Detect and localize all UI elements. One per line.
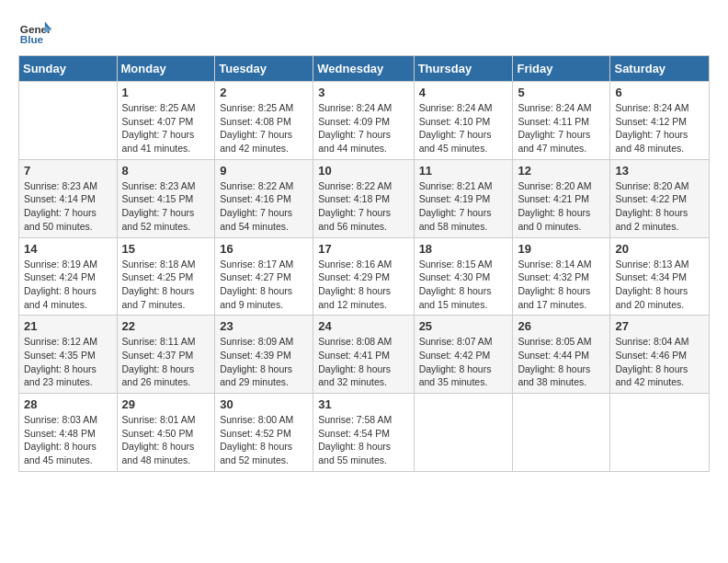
svg-text:Blue: Blue (20, 33, 44, 45)
calendar-table: SundayMondayTuesdayWednesdayThursdayFrid… (18, 55, 710, 472)
day-cell: 18Sunrise: 8:15 AMSunset: 4:30 PMDayligh… (414, 237, 513, 316)
day-cell (513, 394, 610, 472)
col-header-thursday: Thursday (414, 56, 513, 82)
day-info: Sunrise: 8:23 AMSunset: 4:15 PMDaylight:… (122, 179, 210, 234)
day-cell: 16Sunrise: 8:17 AMSunset: 4:27 PMDayligh… (215, 237, 313, 316)
header: General Blue (18, 15, 710, 48)
day-number: 17 (318, 242, 408, 256)
week-row-4: 21Sunrise: 8:12 AMSunset: 4:35 PMDayligh… (19, 316, 710, 394)
day-cell: 12Sunrise: 8:20 AMSunset: 4:21 PMDayligh… (513, 159, 610, 237)
day-number: 12 (518, 164, 605, 178)
day-info: Sunrise: 8:17 AMSunset: 4:27 PMDaylight:… (220, 258, 308, 312)
day-info: Sunrise: 8:12 AMSunset: 4:35 PMDaylight:… (24, 335, 112, 389)
day-info: Sunrise: 8:20 AMSunset: 4:22 PMDaylight:… (615, 179, 704, 234)
day-number: 22 (122, 319, 210, 333)
day-info: Sunrise: 8:11 AMSunset: 4:37 PMDaylight:… (122, 335, 210, 389)
day-number: 23 (220, 319, 308, 333)
day-cell: 23Sunrise: 8:09 AMSunset: 4:39 PMDayligh… (215, 316, 313, 394)
day-number: 30 (220, 397, 308, 411)
day-info: Sunrise: 8:15 AMSunset: 4:30 PMDaylight:… (419, 258, 508, 312)
day-cell: 4Sunrise: 8:24 AMSunset: 4:10 PMDaylight… (414, 82, 513, 160)
day-cell: 31Sunrise: 7:58 AMSunset: 4:54 PMDayligh… (313, 394, 414, 472)
header-row: SundayMondayTuesdayWednesdayThursdayFrid… (19, 56, 710, 82)
day-number: 7 (24, 164, 112, 178)
day-info: Sunrise: 8:18 AMSunset: 4:25 PMDaylight:… (122, 258, 210, 312)
day-cell: 15Sunrise: 8:18 AMSunset: 4:25 PMDayligh… (117, 237, 215, 316)
day-cell (414, 394, 513, 472)
day-number: 16 (220, 242, 308, 256)
day-cell: 2Sunrise: 8:25 AMSunset: 4:08 PMDaylight… (215, 82, 313, 160)
col-header-monday: Monday (117, 56, 215, 82)
day-cell: 30Sunrise: 8:00 AMSunset: 4:52 PMDayligh… (215, 394, 313, 472)
day-info: Sunrise: 8:09 AMSunset: 4:39 PMDaylight:… (220, 335, 308, 389)
day-cell: 3Sunrise: 8:24 AMSunset: 4:09 PMDaylight… (313, 82, 414, 160)
day-info: Sunrise: 7:58 AMSunset: 4:54 PMDaylight:… (318, 413, 408, 467)
day-cell: 29Sunrise: 8:01 AMSunset: 4:50 PMDayligh… (117, 394, 215, 472)
col-header-sunday: Sunday (19, 56, 118, 82)
day-cell: 7Sunrise: 8:23 AMSunset: 4:14 PMDaylight… (19, 159, 118, 237)
week-row-1: 1Sunrise: 8:25 AMSunset: 4:07 PMDaylight… (19, 82, 710, 160)
day-info: Sunrise: 8:03 AMSunset: 4:48 PMDaylight:… (24, 413, 112, 467)
week-row-5: 28Sunrise: 8:03 AMSunset: 4:48 PMDayligh… (19, 394, 710, 472)
day-number: 31 (318, 397, 408, 411)
col-header-tuesday: Tuesday (215, 56, 313, 82)
day-number: 14 (24, 242, 112, 256)
logo: General Blue (18, 15, 51, 48)
day-number: 27 (615, 319, 704, 333)
day-number: 15 (122, 242, 210, 256)
day-number: 4 (419, 86, 508, 99)
day-number: 5 (518, 86, 605, 99)
day-cell (610, 394, 710, 472)
day-number: 1 (122, 86, 210, 99)
day-info: Sunrise: 8:24 AMSunset: 4:09 PMDaylight:… (318, 101, 408, 155)
day-number: 19 (518, 242, 605, 256)
day-number: 6 (615, 86, 704, 99)
day-info: Sunrise: 8:16 AMSunset: 4:29 PMDaylight:… (318, 258, 408, 312)
day-cell: 10Sunrise: 8:22 AMSunset: 4:18 PMDayligh… (313, 159, 414, 237)
day-cell: 27Sunrise: 8:04 AMSunset: 4:46 PMDayligh… (610, 316, 710, 394)
day-cell: 6Sunrise: 8:24 AMSunset: 4:12 PMDaylight… (610, 82, 710, 160)
day-number: 26 (518, 319, 605, 333)
day-cell: 1Sunrise: 8:25 AMSunset: 4:07 PMDaylight… (117, 82, 215, 160)
day-info: Sunrise: 8:13 AMSunset: 4:34 PMDaylight:… (615, 258, 704, 312)
day-info: Sunrise: 8:00 AMSunset: 4:52 PMDaylight:… (220, 413, 308, 467)
day-info: Sunrise: 8:07 AMSunset: 4:42 PMDaylight:… (419, 335, 508, 389)
day-number: 18 (419, 242, 508, 256)
day-cell: 11Sunrise: 8:21 AMSunset: 4:19 PMDayligh… (414, 159, 513, 237)
logo-icon: General Blue (18, 15, 51, 48)
day-number: 3 (318, 86, 408, 99)
day-info: Sunrise: 8:01 AMSunset: 4:50 PMDaylight:… (122, 413, 210, 467)
day-number: 24 (318, 319, 408, 333)
day-cell: 21Sunrise: 8:12 AMSunset: 4:35 PMDayligh… (19, 316, 118, 394)
day-number: 25 (419, 319, 508, 333)
week-row-3: 14Sunrise: 8:19 AMSunset: 4:24 PMDayligh… (19, 237, 710, 316)
day-cell: 9Sunrise: 8:22 AMSunset: 4:16 PMDaylight… (215, 159, 313, 237)
day-info: Sunrise: 8:22 AMSunset: 4:18 PMDaylight:… (318, 179, 408, 234)
day-number: 13 (615, 164, 704, 178)
day-info: Sunrise: 8:25 AMSunset: 4:07 PMDaylight:… (122, 101, 210, 155)
day-number: 21 (24, 319, 112, 333)
day-number: 29 (122, 397, 210, 411)
day-info: Sunrise: 8:24 AMSunset: 4:11 PMDaylight:… (518, 101, 605, 155)
day-number: 2 (220, 86, 308, 99)
col-header-wednesday: Wednesday (313, 56, 414, 82)
day-cell: 22Sunrise: 8:11 AMSunset: 4:37 PMDayligh… (117, 316, 215, 394)
day-info: Sunrise: 8:14 AMSunset: 4:32 PMDaylight:… (518, 258, 605, 312)
day-info: Sunrise: 8:23 AMSunset: 4:14 PMDaylight:… (24, 179, 112, 234)
day-info: Sunrise: 8:24 AMSunset: 4:10 PMDaylight:… (419, 101, 508, 155)
col-header-friday: Friday (513, 56, 610, 82)
day-number: 8 (122, 164, 210, 178)
day-cell: 28Sunrise: 8:03 AMSunset: 4:48 PMDayligh… (19, 394, 118, 472)
day-number: 11 (419, 164, 508, 178)
week-row-2: 7Sunrise: 8:23 AMSunset: 4:14 PMDaylight… (19, 159, 710, 237)
day-info: Sunrise: 8:04 AMSunset: 4:46 PMDaylight:… (615, 335, 704, 389)
day-info: Sunrise: 8:25 AMSunset: 4:08 PMDaylight:… (220, 101, 308, 155)
day-info: Sunrise: 8:21 AMSunset: 4:19 PMDaylight:… (419, 179, 508, 234)
day-number: 10 (318, 164, 408, 178)
day-cell: 8Sunrise: 8:23 AMSunset: 4:15 PMDaylight… (117, 159, 215, 237)
day-cell: 19Sunrise: 8:14 AMSunset: 4:32 PMDayligh… (513, 237, 610, 316)
day-cell: 25Sunrise: 8:07 AMSunset: 4:42 PMDayligh… (414, 316, 513, 394)
col-header-saturday: Saturday (610, 56, 710, 82)
day-cell: 24Sunrise: 8:08 AMSunset: 4:41 PMDayligh… (313, 316, 414, 394)
day-info: Sunrise: 8:05 AMSunset: 4:44 PMDaylight:… (518, 335, 605, 389)
